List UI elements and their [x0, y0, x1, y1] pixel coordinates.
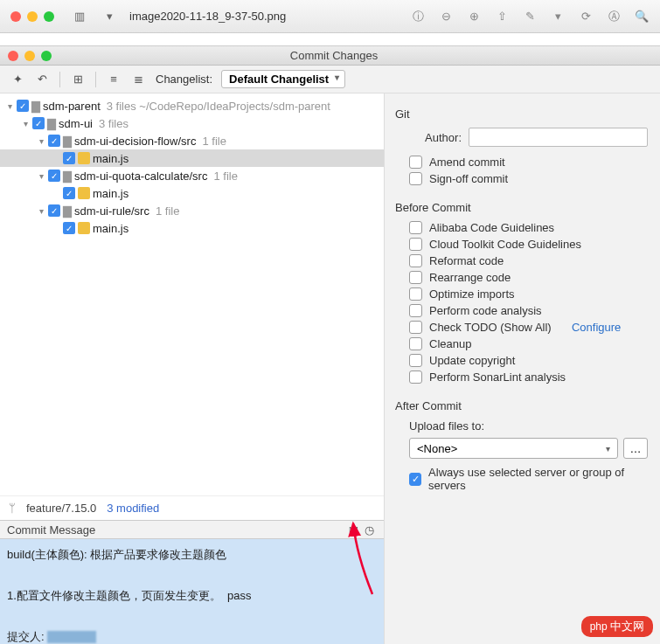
close-icon[interactable] — [10, 11, 21, 22]
dropdown-icon[interactable]: ▾ — [101, 9, 117, 24]
dialog-close-icon[interactable] — [8, 51, 18, 61]
amend-checkbox[interactable] — [409, 156, 422, 169]
search-icon[interactable]: 🔍 — [634, 10, 650, 23]
after-commit-title: After Commit — [395, 399, 648, 412]
before-checkbox[interactable] — [409, 254, 422, 267]
dialog-titlebar: Commit Changes — [0, 46, 660, 66]
tree-node[interactable]: ▾ ▇ sdm-ui 3 files — [0, 114, 384, 132]
before-item-label: Reformat code — [429, 254, 504, 267]
git-group-title: Git — [395, 107, 648, 121]
before-item-label: Update copyright — [429, 354, 515, 367]
branch-bar: ᛘ feature/7.15.0 3 modified — [0, 495, 384, 520]
folder-icon: ▇ — [31, 100, 40, 113]
before-item-label: Cloud Toolkit Code Guidelines — [429, 238, 581, 251]
tree-file[interactable]: main.js — [0, 184, 384, 202]
before-item-label: Check TODO (Show All) — [429, 321, 552, 334]
checkbox[interactable] — [48, 204, 60, 217]
tree-node[interactable]: ▾ ▇ sdm-ui-rule/src 1 file — [0, 202, 384, 219]
author-label: Author: — [409, 131, 462, 144]
modified-count[interactable]: 3 modified — [107, 502, 159, 515]
zoom-icon[interactable] — [44, 11, 54, 22]
chevron-down-icon[interactable]: ▾ — [550, 10, 566, 23]
share-icon[interactable]: ⇧ — [494, 10, 510, 23]
dialog-minimize-icon[interactable] — [24, 51, 35, 61]
before-checkbox[interactable] — [409, 304, 422, 317]
always-label: Always use selected server or group of s… — [428, 466, 648, 492]
tree-node-root[interactable]: ▾ ▇ sdm-parent 3 files ~/CodeRepo/IdeaPr… — [0, 97, 384, 114]
before-checkbox[interactable] — [409, 370, 422, 384]
checkbox[interactable] — [63, 222, 75, 234]
preview-filename: image2020-11-18_9-37-50.png — [129, 10, 398, 23]
upload-select[interactable]: <None> — [409, 438, 618, 459]
dialog-zoom-icon[interactable] — [41, 51, 52, 61]
info-icon[interactable]: ⓘ — [410, 9, 426, 24]
collapse-all-icon[interactable]: ≣ — [128, 69, 149, 90]
zoom-in-icon[interactable]: ⊕ — [466, 10, 482, 23]
checkbox[interactable] — [32, 117, 45, 129]
changes-tree[interactable]: ▾ ▇ sdm-parent 3 files ~/CodeRepo/IdeaPr… — [0, 93, 384, 495]
before-checkbox[interactable] — [409, 321, 422, 334]
commit-template-icon[interactable]: ✉ — [345, 523, 361, 537]
before-checkbox[interactable] — [409, 337, 422, 350]
before-checkbox[interactable] — [409, 287, 422, 301]
window-traffic-lights[interactable] — [10, 11, 54, 22]
before-commit-title: Before Commit — [395, 201, 648, 214]
amend-label: Amend commit — [429, 156, 505, 169]
expand-all-icon[interactable]: ≡ — [103, 69, 124, 90]
before-checkbox[interactable] — [409, 221, 422, 234]
before-item-label: Perform SonarLint analysis — [429, 370, 566, 384]
branch-icon: ᛘ — [9, 502, 16, 515]
commit-changes-dialog: Commit Changes ✦ ↶ ⊞ ≡ ≣ Changelist: Def… — [0, 45, 660, 644]
changelist-select[interactable]: Default Changelist — [221, 70, 345, 88]
redacted-author — [47, 631, 96, 643]
tree-file[interactable]: main.js — [0, 219, 384, 237]
upload-more-button[interactable]: … — [623, 438, 648, 459]
watermark-badge: 中文网 — [581, 616, 653, 637]
sidebar-toggle-icon[interactable]: ▥ — [72, 9, 87, 24]
before-checkbox[interactable] — [409, 271, 422, 284]
commit-message-header: Commit Message ✉ ◷ — [0, 520, 384, 539]
checkbox[interactable] — [63, 152, 75, 164]
preview-titlebar: ▥ ▾ image2020-11-18_9-37-50.png ⓘ ⊖ ⊕ ⇧ … — [0, 0, 660, 33]
checkbox[interactable] — [48, 170, 60, 182]
before-item-label: Cleanup — [429, 337, 471, 350]
chevron-down-icon[interactable]: ▾ — [5, 101, 14, 111]
tree-file-selected[interactable]: main.js — [0, 149, 384, 167]
author-input[interactable] — [469, 128, 648, 147]
group-by-icon[interactable]: ⊞ — [67, 69, 88, 90]
rotate-icon[interactable]: ⟳ — [578, 10, 594, 23]
minimize-icon[interactable] — [27, 11, 38, 22]
folder-icon: ▇ — [63, 204, 72, 218]
tree-node[interactable]: ▾ ▇ sdm-ui-decision-flow/src 1 file — [0, 132, 384, 149]
dialog-title: Commit Changes — [52, 49, 660, 62]
before-item-label: Alibaba Code Guidelines — [429, 221, 554, 234]
checkbox[interactable] — [17, 100, 29, 112]
tree-node[interactable]: ▾ ▇ sdm-ui-quota-calculate/src 1 file — [0, 167, 384, 184]
signoff-label: Sign-off commit — [429, 172, 508, 185]
chevron-down-icon[interactable]: ▾ — [21, 119, 30, 128]
chevron-down-icon[interactable]: ▾ — [37, 171, 45, 181]
chevron-down-icon[interactable]: ▾ — [37, 206, 45, 216]
folder-icon: ▇ — [63, 170, 72, 183]
js-file-icon — [78, 152, 90, 164]
before-checkbox[interactable] — [409, 238, 422, 251]
revert-icon[interactable]: ↶ — [31, 69, 52, 90]
configure-link[interactable]: Configure — [572, 321, 621, 334]
zoom-out-icon[interactable]: ⊖ — [438, 10, 454, 23]
js-file-icon — [78, 187, 90, 199]
checkbox[interactable] — [63, 187, 75, 199]
commit-message-title: Commit Message — [7, 523, 95, 537]
highlight-icon[interactable]: Ⓐ — [606, 9, 622, 24]
checkbox[interactable] — [48, 135, 60, 147]
chevron-down-icon[interactable]: ▾ — [37, 136, 45, 146]
before-checkbox[interactable] — [409, 354, 422, 367]
before-item-label: Optimize imports — [429, 287, 515, 301]
show-diff-icon[interactable]: ✦ — [7, 69, 28, 90]
signoff-checkbox[interactable] — [409, 172, 422, 185]
markup-icon[interactable]: ✎ — [522, 10, 538, 23]
always-checkbox[interactable] — [409, 473, 421, 486]
js-file-icon — [78, 222, 90, 234]
before-item-label: Rearrange code — [429, 271, 511, 284]
commit-history-icon[interactable]: ◷ — [361, 523, 377, 537]
commit-message-input[interactable]: build(主体颜色): 根据产品要求修改主题颜色 1.配置文件修改主题颜色，页… — [0, 539, 384, 644]
